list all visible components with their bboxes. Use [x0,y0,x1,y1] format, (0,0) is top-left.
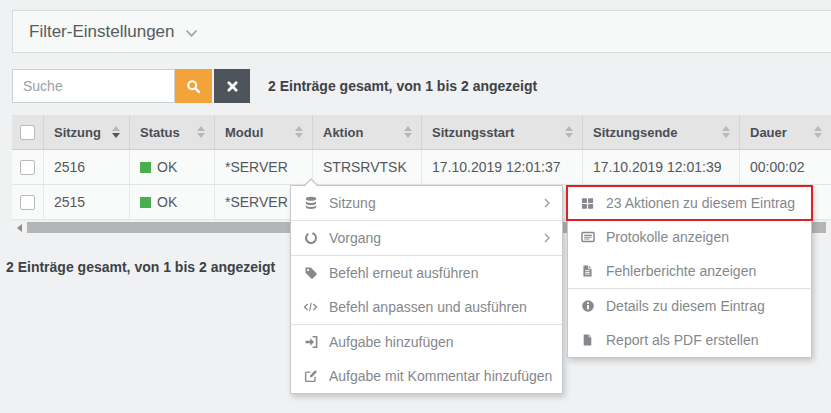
cell-sitzung: 2516 [44,150,130,184]
filter-settings-label: Filter-Einstellungen [29,22,175,42]
submenu-arrow-icon [544,233,550,243]
cell-aktion: STRSRVTSK [313,150,422,184]
column-label: Dauer [750,125,787,140]
entries-summary-top: 2 Einträge gesamt, von 1 bis 2 angezeigt [268,78,537,94]
submenu-item-aktionen[interactable]: 23 Aktionen zu diesem Eintrag [568,186,811,220]
menu-item-sitzung[interactable]: Sitzung [291,186,562,220]
cell-status: OK [130,185,215,219]
row-checkbox[interactable] [20,160,35,175]
column-label: Modul [225,125,263,140]
cell-sitzungsende: 17.10.2019 12:01:39 [583,150,740,184]
search-input[interactable] [12,69,175,103]
status-text: OK [157,194,177,210]
menu-item-label: Protokolle anzeigen [606,229,729,245]
clear-search-button[interactable] [214,69,250,103]
menu-item-label: Vorgang [329,230,381,246]
menu-item-label: Aufgabe hinzufügen [329,334,454,350]
sort-icon[interactable] [722,126,730,138]
sort-icon[interactable] [112,126,120,138]
submenu-item-protokolle[interactable]: Protokolle anzeigen [568,220,811,254]
submenu-sitzung: 23 Aktionen zu diesem Eintrag Protokolle… [567,185,812,358]
edit-icon [303,369,318,384]
page: Filter-Einstellungen 2 Einträge gesamt, … [0,0,831,413]
cell-modul: *SERVER [215,150,313,184]
cell-dauer: 00:00:02 [740,150,831,184]
sort-icon[interactable] [565,126,573,138]
menu-item-label: Report als PDF erstellen [606,332,759,348]
scroll-left-icon[interactable] [17,224,22,232]
column-header-dauer[interactable]: Dauer [740,115,831,149]
menu-item-label: Fehlerberichte anzeigen [606,263,756,279]
status-ok-icon [140,197,151,208]
close-icon [226,80,239,93]
row-checkbox[interactable] [20,195,35,210]
status-ok-icon [140,162,151,173]
column-header-status[interactable]: Status [130,115,215,149]
sort-icon[interactable] [814,126,822,138]
sort-icon[interactable] [197,126,205,138]
table-row-2516[interactable]: 2516 OK *SERVER STRSRVTSK 17.10.2019 12:… [12,150,831,185]
column-label: Aktion [323,125,363,140]
column-header-sitzungsende[interactable]: Sitzungsende [583,115,740,149]
process-circle-icon [303,231,318,246]
sort-icon[interactable] [404,126,412,138]
search-icon [186,79,201,94]
info-circle-icon [580,299,595,314]
column-header-aktion[interactable]: Aktion [313,115,422,149]
search-button[interactable] [175,69,212,103]
menu-item-befehl-erneut[interactable]: Befehl erneut ausführen [291,256,562,290]
menu-item-label: Aufgabe mit Kommentar hinzufügen [329,368,552,384]
column-header-sitzung[interactable]: Sitzung [44,115,130,149]
menu-item-vorgang[interactable]: Vorgang [291,221,562,255]
column-header-sitzungsstart[interactable]: Sitzungsstart [422,115,583,149]
grid-icon [580,196,595,211]
select-all-checkbox[interactable] [20,125,35,140]
menu-item-label: Befehl anpassen und ausführen [329,299,527,315]
header-select-all-cell [12,115,44,149]
list-icon [580,230,595,245]
cell-status: OK [130,150,215,184]
column-label: Sitzungsstart [432,125,514,140]
submenu-item-fehlerberichte[interactable]: Fehlerberichte anzeigen [568,254,811,288]
sort-icon[interactable] [295,126,303,138]
entries-summary-bottom: 2 Einträge gesamt, von 1 bis 2 angezeigt [6,259,275,275]
code-icon [303,300,318,315]
file-text-icon [580,264,595,279]
column-header-modul[interactable]: Modul [215,115,313,149]
file-icon [580,333,595,348]
sign-in-icon [303,335,318,350]
cell-sitzungsstart: 17.10.2019 12:01:37 [422,150,583,184]
cell-sitzung: 2515 [44,185,130,219]
submenu-arrow-icon [544,198,550,208]
chevron-down-icon [185,29,198,38]
menu-item-label: 23 Aktionen zu diesem Eintrag [606,195,795,211]
menu-item-aufgabe-kommentar[interactable]: Aufgabe mit Kommentar hinzufügen [291,359,562,393]
menu-item-aufgabe-hinzufuegen[interactable]: Aufgabe hinzufügen [291,325,562,359]
status-text: OK [157,159,177,175]
filter-settings-toggle[interactable]: Filter-Einstellungen [12,10,831,53]
table-header-row: Sitzung Status Modul Aktion Sitzungsstar… [12,115,831,150]
submenu-item-report-pdf[interactable]: Report als PDF erstellen [568,323,811,357]
menu-item-befehl-anpassen[interactable]: Befehl anpassen und ausführen [291,290,562,324]
menu-item-label: Befehl erneut ausführen [329,265,478,281]
menu-caret [303,178,319,186]
column-label: Sitzung [54,125,101,140]
column-label: Status [140,125,180,140]
menu-item-label: Details zu diesem Eintrag [606,298,765,314]
database-icon [303,196,318,211]
column-label: Sitzungsende [593,125,678,140]
tag-icon [303,266,318,281]
context-menu: Sitzung Vorgang [290,185,563,394]
submenu-item-details[interactable]: Details zu diesem Eintrag [568,289,811,323]
menu-item-label: Sitzung [329,195,376,211]
